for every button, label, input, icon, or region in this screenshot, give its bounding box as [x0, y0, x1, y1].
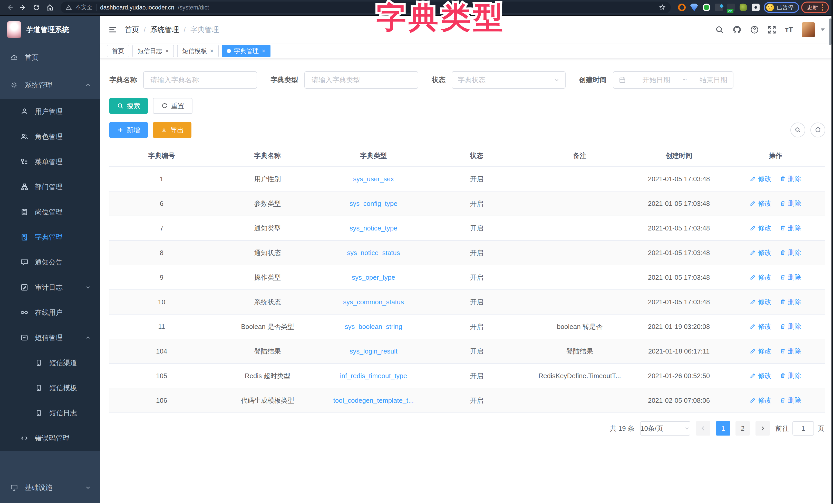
- edit-link[interactable]: 修改: [750, 248, 771, 257]
- edit-link[interactable]: 修改: [750, 224, 771, 232]
- delete-link[interactable]: 删除: [780, 347, 801, 356]
- dict-type-input[interactable]: [310, 76, 412, 84]
- app-logo[interactable]: 芋道管理系统: [0, 16, 100, 44]
- delete-link[interactable]: 删除: [780, 371, 801, 380]
- status-select[interactable]: 字典状态: [452, 71, 566, 89]
- edit-link[interactable]: 修改: [750, 273, 771, 282]
- table-refresh-button[interactable]: [810, 123, 825, 137]
- add-button[interactable]: 新增: [109, 122, 148, 138]
- close-icon[interactable]: ×: [210, 47, 214, 55]
- edit-link[interactable]: 修改: [750, 396, 771, 405]
- sidebar-item-用户管理[interactable]: 用户管理: [0, 99, 100, 124]
- sidebar-item-系统管理[interactable]: 系统管理: [0, 71, 100, 99]
- sidebar-item-基础设施[interactable]: 基础设施: [0, 472, 100, 503]
- address-bar[interactable]: 不安全 dashboard.yudao.iocoder.cn /system/d…: [61, 2, 671, 13]
- sidebar-item-短信日志[interactable]: 短信日志: [0, 400, 100, 426]
- delete-link[interactable]: 删除: [780, 322, 801, 331]
- extension-icon[interactable]: [715, 4, 723, 11]
- export-button[interactable]: 导出: [153, 122, 191, 138]
- page-button-2[interactable]: 2: [736, 421, 750, 435]
- sidebar-item-首页[interactable]: 首页: [0, 44, 100, 71]
- delete-link[interactable]: 删除: [780, 297, 801, 306]
- profile-paused-badge[interactable]: 已暂停: [764, 2, 799, 13]
- extension-icon[interactable]: [727, 4, 735, 11]
- tag-短信模板[interactable]: 短信模板×: [177, 45, 219, 57]
- extension-icon[interactable]: [690, 4, 698, 11]
- fullscreen-icon[interactable]: [767, 25, 776, 34]
- delete-link[interactable]: 删除: [780, 273, 801, 282]
- page-button-1[interactable]: 1: [716, 421, 730, 435]
- table-search-toggle-button[interactable]: [790, 123, 805, 137]
- edit-link[interactable]: 修改: [750, 297, 771, 306]
- prev-page-button[interactable]: [696, 421, 710, 435]
- sidebar-item-菜单管理[interactable]: 菜单管理: [0, 149, 100, 174]
- tag-字典管理[interactable]: 字典管理×: [222, 45, 270, 57]
- edit-link[interactable]: 修改: [750, 199, 771, 208]
- delete-link[interactable]: 删除: [780, 224, 801, 232]
- close-icon[interactable]: ×: [262, 47, 265, 55]
- tag-首页[interactable]: 首页: [107, 45, 129, 57]
- sidebar-item-岗位管理[interactable]: 岗位管理: [0, 199, 100, 225]
- breadcrumb-item[interactable]: 首页: [125, 25, 139, 34]
- tag-短信日志[interactable]: 短信日志×: [133, 45, 174, 57]
- sidebar-item-短信渠道[interactable]: 短信渠道: [0, 350, 100, 375]
- extension-icon[interactable]: [740, 4, 747, 11]
- extension-icon[interactable]: [678, 4, 686, 11]
- font-size-icon[interactable]: ᴛT: [785, 26, 793, 34]
- chevron-down-icon[interactable]: [821, 28, 825, 31]
- browser-reload-button[interactable]: [31, 2, 42, 13]
- delete-link[interactable]: 删除: [780, 248, 801, 257]
- sidebar-item-短信模板[interactable]: 短信模板: [0, 375, 100, 400]
- sidebar-item-短信管理[interactable]: 短信管理: [0, 325, 100, 350]
- page-size-select[interactable]: 10条/页: [640, 421, 690, 435]
- sidebar-item-通知公告[interactable]: 通知公告: [0, 250, 100, 275]
- sidebar-item-在线用户[interactable]: 在线用户: [0, 300, 100, 325]
- sidebar-item-角色管理[interactable]: 角色管理: [0, 124, 100, 149]
- edit-link[interactable]: 修改: [750, 347, 771, 356]
- search-icon[interactable]: [715, 25, 724, 34]
- dict-type-link[interactable]: sys_notice_status: [347, 249, 400, 257]
- edit-link[interactable]: 修改: [750, 371, 771, 380]
- avatar[interactable]: [802, 22, 815, 37]
- next-page-button[interactable]: [756, 421, 770, 435]
- dict-type-link[interactable]: tool_codegen_template_t...: [333, 397, 414, 404]
- sidebar-item-字典管理[interactable]: 字典管理: [0, 225, 100, 250]
- extension-icon[interactable]: [703, 4, 710, 11]
- sidebar-item-错误码管理[interactable]: 错误码管理: [0, 426, 100, 451]
- browser-home-button[interactable]: [44, 2, 55, 13]
- date-range-picker[interactable]: 开始日期 ~ 结束日期: [613, 71, 733, 89]
- delete-link[interactable]: 删除: [780, 396, 801, 405]
- dict-name-input[interactable]: [149, 76, 251, 84]
- breadcrumb-item[interactable]: 系统管理: [150, 25, 179, 34]
- page-scrollbar-thumb[interactable]: [829, 19, 831, 45]
- edit-link[interactable]: 修改: [750, 322, 771, 331]
- browser-back-button[interactable]: [4, 2, 16, 13]
- delete-link[interactable]: 删除: [780, 199, 801, 208]
- browser-menu-icon[interactable]: [822, 4, 823, 11]
- close-icon[interactable]: ×: [165, 47, 169, 55]
- dict-type-link[interactable]: sys_user_sex: [353, 175, 394, 183]
- dict-name-field[interactable]: [143, 71, 257, 89]
- dict-type-link[interactable]: inf_redis_timeout_type: [340, 372, 407, 380]
- dict-type-link[interactable]: sys_boolean_string: [344, 323, 402, 330]
- bookmark-star-icon[interactable]: [659, 4, 666, 11]
- delete-link[interactable]: 删除: [780, 174, 801, 183]
- browser-forward-button[interactable]: [18, 2, 29, 13]
- help-icon[interactable]: [750, 25, 759, 34]
- sidebar-item-部门管理[interactable]: 部门管理: [0, 174, 100, 199]
- goto-page-input[interactable]: [792, 421, 814, 435]
- dict-type-link[interactable]: sys_login_result: [350, 347, 397, 355]
- search-button[interactable]: 搜索: [109, 98, 148, 114]
- dict-type-link[interactable]: sys_config_type: [350, 200, 397, 207]
- hamburger-icon[interactable]: [108, 25, 117, 34]
- browser-update-button[interactable]: 更新: [801, 2, 829, 13]
- dict-type-link[interactable]: sys_oper_type: [352, 274, 395, 281]
- reset-button[interactable]: 重置: [153, 98, 192, 114]
- extensions-puzzle-icon[interactable]: [752, 4, 760, 11]
- dict-type-link[interactable]: sys_notice_type: [350, 224, 397, 232]
- edit-link[interactable]: 修改: [750, 174, 771, 183]
- sidebar-item-审计日志[interactable]: 审计日志: [0, 275, 100, 300]
- dict-type-link[interactable]: sys_common_status: [343, 298, 404, 306]
- github-icon[interactable]: [733, 25, 741, 34]
- dict-type-field[interactable]: [304, 71, 418, 89]
